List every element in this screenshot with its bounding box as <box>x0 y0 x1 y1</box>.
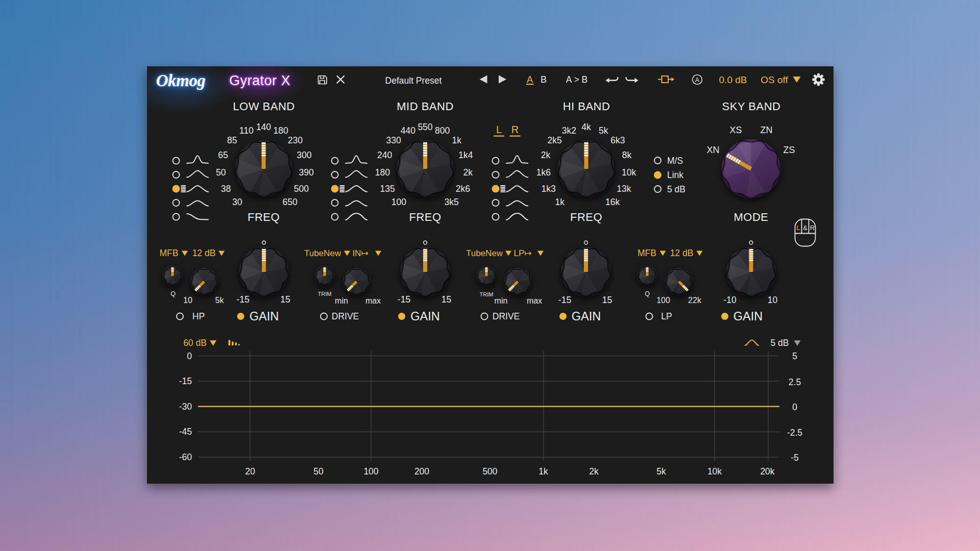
svg-text:-5: -5 <box>791 453 799 463</box>
svg-text:440: 440 <box>401 126 415 136</box>
svg-text:20k: 20k <box>760 466 774 477</box>
svg-text:5k: 5k <box>215 296 225 305</box>
svg-text:A: A <box>695 77 700 84</box>
svg-text:GAIN: GAIN <box>572 310 601 323</box>
svg-text:12 dB: 12 dB <box>670 248 694 258</box>
svg-text:10k: 10k <box>707 466 722 477</box>
svg-text:22k: 22k <box>688 296 702 305</box>
svg-text:30: 30 <box>232 197 242 207</box>
svg-text:12 dB: 12 dB <box>192 248 216 258</box>
svg-text:Q: Q <box>170 290 176 297</box>
svg-text:Default Preset: Default Preset <box>385 76 442 86</box>
svg-text:180: 180 <box>274 126 288 136</box>
svg-text:MID BAND: MID BAND <box>397 100 454 113</box>
svg-text:550: 550 <box>418 122 432 132</box>
svg-text:230: 230 <box>288 135 303 145</box>
svg-text:5k: 5k <box>656 466 666 477</box>
svg-text:10: 10 <box>183 296 192 305</box>
svg-text:65: 65 <box>218 150 228 160</box>
svg-text:200: 200 <box>414 466 429 477</box>
svg-text:3k2: 3k2 <box>562 126 576 136</box>
svg-text:20: 20 <box>245 466 255 477</box>
svg-text:ZS: ZS <box>783 145 795 155</box>
svg-text:100: 100 <box>363 466 378 477</box>
svg-text:TRIM: TRIM <box>318 291 332 297</box>
svg-text:TubeNew: TubeNew <box>304 248 341 258</box>
svg-text:0: 0 <box>187 351 192 361</box>
svg-text:max: max <box>527 296 542 305</box>
svg-text:800: 800 <box>435 126 450 136</box>
svg-text:FREQ: FREQ <box>570 211 602 223</box>
svg-text:-15: -15 <box>558 295 571 305</box>
svg-text:60 dB: 60 dB <box>183 338 207 348</box>
svg-text:R: R <box>511 124 519 135</box>
svg-text:135: 135 <box>380 184 395 194</box>
svg-text:MODE: MODE <box>734 211 769 223</box>
svg-text:Q: Q <box>645 290 650 297</box>
svg-text:500: 500 <box>294 184 309 194</box>
svg-text:300: 300 <box>297 150 311 160</box>
svg-text:-15: -15 <box>398 294 410 305</box>
svg-text:0: 0 <box>792 402 797 412</box>
svg-text:1k6: 1k6 <box>536 167 551 178</box>
svg-text:2k: 2k <box>463 167 473 178</box>
svg-text:1k: 1k <box>538 466 548 477</box>
svg-text:2k6: 2k6 <box>456 184 470 194</box>
svg-text:100: 100 <box>656 296 670 305</box>
svg-text:LOW BAND: LOW BAND <box>233 100 295 113</box>
svg-text:-10: -10 <box>723 295 737 305</box>
svg-text:LP: LP <box>661 311 672 321</box>
svg-text:10k: 10k <box>622 167 636 178</box>
svg-text:650: 650 <box>283 197 298 207</box>
svg-text:110: 110 <box>239 126 254 136</box>
svg-text:85: 85 <box>227 135 237 145</box>
svg-text:GAIN: GAIN <box>733 310 763 323</box>
svg-text:500: 500 <box>482 466 497 477</box>
svg-text:L: L <box>496 124 502 135</box>
svg-text:0.0 dB: 0.0 dB <box>719 74 747 85</box>
svg-text:15: 15 <box>442 294 451 305</box>
svg-text:-45: -45 <box>179 427 192 437</box>
svg-text:min: min <box>335 296 348 305</box>
svg-text:HI BAND: HI BAND <box>563 100 610 113</box>
svg-text:240: 240 <box>377 150 392 160</box>
svg-text:M/S: M/S <box>667 156 683 166</box>
svg-text:2k: 2k <box>589 466 599 477</box>
svg-text:4k: 4k <box>581 122 591 132</box>
svg-text:GAIN: GAIN <box>410 310 439 323</box>
svg-text:L: L <box>797 224 800 232</box>
svg-text:-30: -30 <box>179 402 192 412</box>
svg-text:ZN: ZN <box>761 125 773 135</box>
svg-text:OS off: OS off <box>761 74 788 85</box>
svg-text:GAIN: GAIN <box>250 310 279 323</box>
svg-text:5k: 5k <box>599 126 608 136</box>
svg-text:50: 50 <box>313 466 324 477</box>
svg-text:MFB: MFB <box>638 248 656 258</box>
svg-text:DRIVE: DRIVE <box>332 311 359 321</box>
svg-text:15: 15 <box>280 294 290 305</box>
svg-text:-15: -15 <box>179 376 192 386</box>
svg-text:TubeNew: TubeNew <box>466 248 503 258</box>
svg-text:-15: -15 <box>236 294 249 305</box>
svg-text:5 dB: 5 dB <box>771 338 789 348</box>
svg-text:330: 330 <box>386 135 401 145</box>
svg-text:13k: 13k <box>617 184 631 194</box>
svg-text:A: A <box>527 74 533 85</box>
svg-text:1k: 1k <box>555 197 565 207</box>
svg-text:140: 140 <box>256 122 271 132</box>
svg-text:390: 390 <box>299 167 314 178</box>
svg-text:Link: Link <box>667 170 683 180</box>
svg-text:1k: 1k <box>452 135 462 145</box>
svg-text:IN↦: IN↦ <box>352 248 368 258</box>
svg-text:6k3: 6k3 <box>610 135 625 145</box>
svg-text:MFB: MFB <box>160 248 179 258</box>
svg-text:-2.5: -2.5 <box>787 428 802 438</box>
svg-text:5 dB: 5 dB <box>667 184 685 194</box>
svg-text:FREQ: FREQ <box>248 211 280 223</box>
svg-text:1k3: 1k3 <box>541 184 555 194</box>
svg-text:DRIVE: DRIVE <box>493 311 520 321</box>
svg-text:10: 10 <box>768 295 778 305</box>
svg-text:38: 38 <box>221 184 231 194</box>
svg-text:R: R <box>810 224 815 232</box>
svg-text:180: 180 <box>375 167 390 178</box>
